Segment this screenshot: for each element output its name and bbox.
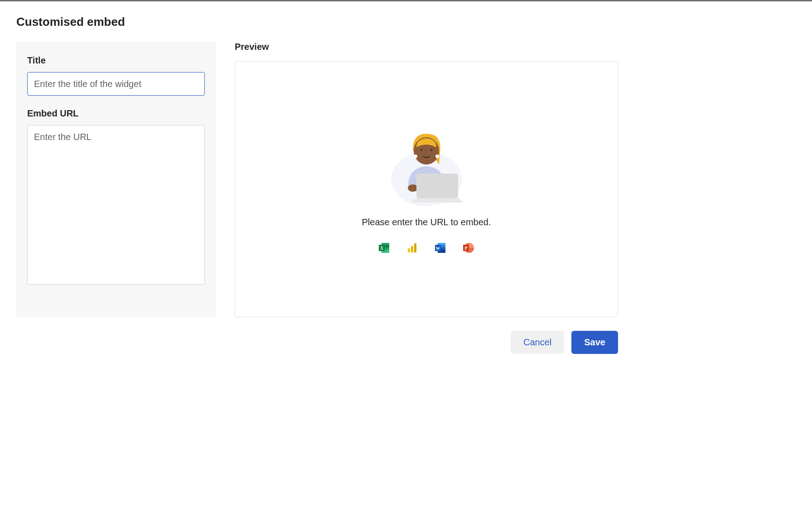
embed-url-group: Embed URL [27,108,205,286]
preview-section: Preview Please enter t [235,42,618,317]
svg-rect-18 [414,243,416,252]
svg-point-3 [430,149,432,151]
person-laptop-illustration [381,125,472,206]
svg-rect-7 [416,174,458,198]
preview-message: Please enter the URL to embed. [362,217,491,227]
svg-text:P: P [464,246,467,251]
title-group: Title [27,55,205,96]
cancel-button[interactable]: Cancel [511,331,564,354]
svg-point-6 [408,184,418,192]
title-input[interactable] [27,72,205,96]
dialog-layout: Title Embed URL Preview [16,42,618,317]
embed-url-input[interactable] [27,125,205,285]
preview-box: Please enter the URL to embed. X [235,61,618,317]
page-title: Customised embed [16,15,618,29]
embed-url-label: Embed URL [27,108,205,119]
svg-point-2 [420,149,422,151]
svg-marker-8 [411,198,464,203]
app-icons-row: X [378,242,474,254]
svg-point-5 [435,155,439,158]
excel-icon: X [378,242,390,254]
save-button[interactable]: Save [571,331,618,354]
form-panel: Title Embed URL [16,42,216,317]
title-label: Title [27,55,205,66]
customised-embed-dialog: Customised embed Title Embed URL Preview [0,1,634,368]
preview-heading: Preview [235,42,618,52]
word-icon: W [435,242,446,254]
powerbi-icon [406,242,418,254]
svg-rect-16 [408,248,410,252]
footer-actions: Cancel Save [16,331,618,354]
svg-text:W: W [436,246,440,251]
powerpoint-icon: P [463,242,474,254]
svg-text:X: X [380,246,384,251]
svg-rect-17 [411,246,413,252]
svg-point-4 [414,155,417,158]
